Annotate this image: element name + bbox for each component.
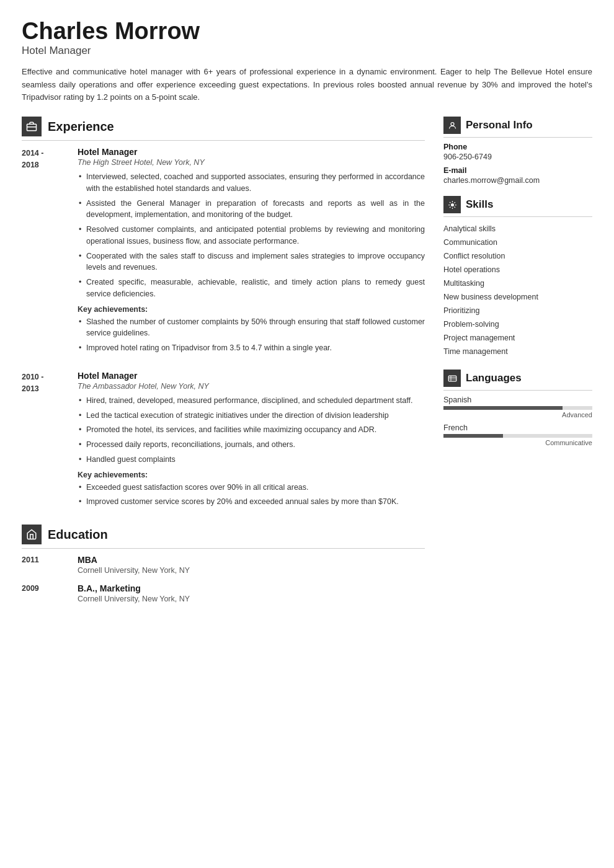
skill-item-9: Time management bbox=[443, 345, 592, 358]
edu-degree-2: B.A., Marketing bbox=[78, 583, 190, 593]
personal-info-title: Personal Info bbox=[466, 119, 533, 131]
skill-item-3: Hotel operations bbox=[443, 263, 592, 277]
education-title: Education bbox=[48, 528, 108, 542]
edu-school-2: Cornell University, New York, NY bbox=[78, 595, 190, 603]
languages-section: Languages Spanish Advanced French Commun… bbox=[443, 370, 592, 446]
exp-entry-2: 2010 - 2013 Hotel Manager The Ambassador… bbox=[22, 371, 425, 511]
achievement-bullet: Slashed the number of customer complaint… bbox=[78, 316, 425, 340]
exp-dates-1: 2014 - 2018 bbox=[22, 147, 78, 357]
skills-icon bbox=[443, 196, 461, 213]
education-section: Education 2011 MBA Cornell University, N… bbox=[22, 525, 425, 603]
candidate-name: Charles Morrow bbox=[22, 19, 592, 45]
exp-bullet: Handled guest complaints bbox=[78, 454, 425, 466]
education-icon bbox=[22, 525, 42, 544]
language-bar-fill-0 bbox=[443, 406, 563, 410]
exp-content-2: Hotel Manager The Ambassador Hotel, New … bbox=[78, 371, 425, 511]
exp-bullet: Led the tactical execution of strategic … bbox=[78, 410, 425, 422]
edu-entry-2: 2009 B.A., Marketing Cornell University,… bbox=[22, 583, 425, 603]
experience-title: Experience bbox=[48, 120, 114, 134]
exp-bullet: Resolved customer complaints, and antici… bbox=[78, 224, 425, 247]
exp-bullet: Promoted the hotel, its services, and fa… bbox=[78, 424, 425, 436]
edu-content-1: MBA Cornell University, New York, NY bbox=[78, 555, 190, 575]
right-column: Personal Info Phone 906-250-6749 E-mail … bbox=[443, 117, 592, 617]
skill-item-1: Communication bbox=[443, 236, 592, 249]
personal-info-icon bbox=[443, 117, 461, 134]
email-value: charles.morrow@gmail.com bbox=[443, 176, 592, 185]
left-column: Experience 2014 - 2018 Hotel Manager The… bbox=[22, 117, 425, 617]
personal-info-header: Personal Info bbox=[443, 117, 592, 138]
email-label: E-mail bbox=[443, 166, 592, 175]
experience-icon bbox=[22, 117, 42, 136]
languages-title: Languages bbox=[466, 372, 522, 384]
key-achievements-label-1: Key achievements: bbox=[78, 305, 425, 314]
achievements-1: Slashed the number of customer complaint… bbox=[78, 316, 425, 354]
language-bar-bg-0 bbox=[443, 406, 592, 410]
experience-header: Experience bbox=[22, 117, 425, 141]
edu-degree-1: MBA bbox=[78, 555, 190, 565]
exp-job-title-2: Hotel Manager bbox=[78, 371, 425, 381]
edu-school-1: Cornell University, New York, NY bbox=[78, 566, 190, 575]
exp-bullet: Created specific, measurable, achievable… bbox=[78, 277, 425, 300]
exp-bullet: Interviewed, selected, coached and suppo… bbox=[78, 171, 425, 195]
achievement-bullet: Improved customer service scores by 20% … bbox=[78, 496, 425, 508]
exp-bullet: Processed daily reports, reconciliations… bbox=[78, 439, 425, 451]
phone-value: 906-250-6749 bbox=[443, 153, 592, 161]
languages-icon bbox=[443, 370, 461, 387]
skill-item-4: Multitasking bbox=[443, 277, 592, 290]
skill-item-8: Project management bbox=[443, 331, 592, 345]
svg-rect-4 bbox=[448, 376, 456, 381]
edu-year-1: 2011 bbox=[22, 555, 78, 575]
exp-bullet: Cooperated with the sales staff to discu… bbox=[78, 250, 425, 274]
exp-company-1: The High Street Hotel, New York, NY bbox=[78, 158, 425, 167]
language-entry-0: Spanish Advanced bbox=[443, 396, 592, 418]
language-entry-1: French Communicative bbox=[443, 423, 592, 446]
skill-item-6: Prioritizing bbox=[443, 304, 592, 317]
experience-section: Experience 2014 - 2018 Hotel Manager The… bbox=[22, 117, 425, 511]
svg-point-3 bbox=[451, 203, 454, 206]
exp-dates-2: 2010 - 2013 bbox=[22, 371, 78, 511]
candidate-summary: Effective and communicative hotel manage… bbox=[22, 66, 592, 104]
skills-title: Skills bbox=[466, 198, 493, 211]
language-bar-bg-1 bbox=[443, 434, 592, 438]
phone-label: Phone bbox=[443, 143, 592, 151]
achievement-bullet: Exceeded guest satisfaction scores over … bbox=[78, 482, 425, 494]
exp-entry-1: 2014 - 2018 Hotel Manager The High Stree… bbox=[22, 147, 425, 357]
exp-company-2: The Ambassador Hotel, New York, NY bbox=[78, 382, 425, 391]
edu-entry-1: 2011 MBA Cornell University, New York, N… bbox=[22, 555, 425, 575]
skill-item-0: Analytical skills bbox=[443, 222, 592, 236]
personal-info-section: Personal Info Phone 906-250-6749 E-mail … bbox=[443, 117, 592, 185]
main-layout: Experience 2014 - 2018 Hotel Manager The… bbox=[22, 117, 592, 617]
exp-bullet: Assisted the General Manager in preparat… bbox=[78, 198, 425, 221]
achievement-bullet: Improved hotel rating on Tripadvisor fro… bbox=[78, 342, 425, 354]
candidate-title: Hotel Manager bbox=[22, 45, 592, 57]
edu-content-2: B.A., Marketing Cornell University, New … bbox=[78, 583, 190, 603]
language-bar-fill-1 bbox=[443, 434, 503, 438]
language-name-0: Spanish bbox=[443, 396, 592, 404]
skills-section: Skills Analytical skills Communication C… bbox=[443, 196, 592, 358]
language-level-0: Advanced bbox=[443, 411, 592, 418]
skills-header: Skills bbox=[443, 196, 592, 217]
languages-header: Languages bbox=[443, 370, 592, 391]
exp-bullets-1: Interviewed, selected, coached and suppo… bbox=[78, 171, 425, 300]
exp-bullets-2: Hired, trained, developed, measured perf… bbox=[78, 395, 425, 466]
skill-item-7: Problem-solving bbox=[443, 317, 592, 331]
language-level-1: Communicative bbox=[443, 439, 592, 446]
achievements-2: Exceeded guest satisfaction scores over … bbox=[78, 482, 425, 508]
skill-item-2: Conflict resolution bbox=[443, 249, 592, 263]
exp-bullet: Hired, trained, developed, measured perf… bbox=[78, 395, 425, 407]
education-header: Education bbox=[22, 525, 425, 549]
skill-item-5: New business development bbox=[443, 290, 592, 304]
exp-content-1: Hotel Manager The High Street Hotel, New… bbox=[78, 147, 425, 357]
edu-year-2: 2009 bbox=[22, 583, 78, 603]
resume-header: Charles Morrow Hotel Manager Effective a… bbox=[22, 19, 592, 104]
key-achievements-label-2: Key achievements: bbox=[78, 471, 425, 479]
svg-point-2 bbox=[451, 122, 454, 125]
exp-job-title-1: Hotel Manager bbox=[78, 147, 425, 157]
language-name-1: French bbox=[443, 423, 592, 432]
